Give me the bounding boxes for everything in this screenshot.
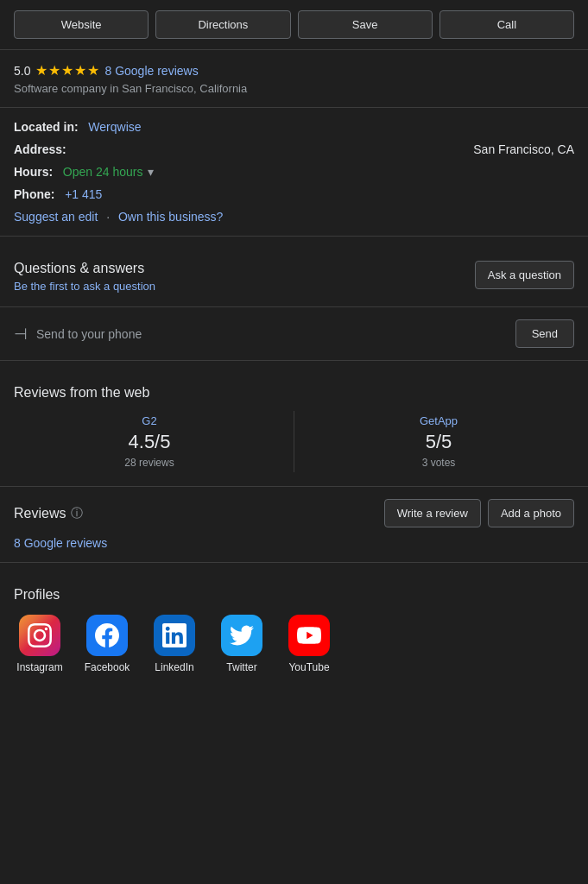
located-in-label: Located in: — [14, 120, 79, 134]
star-1: ★ — [35, 62, 47, 79]
edit-links: Suggest an edit · Own this business? — [14, 210, 574, 224]
reviews-info-icon[interactable]: ⓘ — [71, 506, 83, 521]
star-3: ★ — [61, 62, 73, 79]
call-button[interactable]: Call — [439, 10, 574, 39]
phone-label: Phone: — [14, 187, 54, 201]
profile-item-youtube[interactable]: YouTube — [283, 615, 335, 673]
g2-source-link[interactable]: G2 — [14, 414, 285, 427]
reviews-action-buttons: Write a review Add a photo — [384, 499, 574, 527]
profile-item-twitter[interactable]: Twitter — [216, 615, 268, 673]
suggest-edit-link[interactable]: Suggest an edit — [14, 210, 98, 224]
getapp-score: 5/5 — [303, 431, 574, 453]
hours-dropdown-icon[interactable]: ▾ — [148, 165, 154, 179]
reviews-from-web-section: Reviews from the web G2 4.5/5 28 reviews… — [0, 371, 588, 487]
business-description: Software company in San Francisco, Calif… — [14, 82, 574, 95]
web-reviews-divider — [294, 411, 294, 472]
send-button[interactable]: Send — [515, 319, 574, 348]
linkedin-label: LinkedIn — [155, 661, 193, 673]
send-to-phone-left: ⊣ Send to your phone — [14, 325, 142, 344]
phone-value[interactable]: +1 415 — [65, 187, 102, 201]
send-to-phone-label: Send to your phone — [36, 327, 142, 341]
g2-count: 28 reviews — [14, 457, 285, 469]
profile-item-instagram[interactable]: Instagram — [14, 615, 66, 673]
qa-subtitle[interactable]: Be the first to ask a question — [14, 280, 155, 293]
rating-row: 5.0 ★ ★ ★ ★ ★ 8 Google reviews — [14, 62, 574, 79]
phone-row: Phone: +1 415 — [14, 187, 574, 201]
reviews-title-row: Reviews ⓘ — [14, 506, 83, 521]
google-reviews-link[interactable]: 8 Google reviews — [14, 536, 107, 550]
rating-score: 5.0 — [14, 64, 30, 78]
youtube-icon — [288, 615, 330, 656]
twitter-label: Twitter — [226, 661, 256, 673]
instagram-label: Instagram — [16, 661, 62, 673]
address-value: San Francisco, CA — [473, 142, 574, 156]
add-photo-button[interactable]: Add a photo — [488, 499, 574, 527]
edit-separator: · — [106, 210, 110, 224]
address-row: Address: San Francisco, CA — [14, 142, 574, 156]
profiles-title: Profiles — [14, 587, 574, 603]
twitter-icon — [221, 615, 262, 656]
located-in-field: Located in: Werqwise — [14, 120, 142, 134]
star-4: ★ — [74, 62, 86, 79]
qa-text: Questions & answers Be the first to ask … — [14, 261, 155, 293]
star-5: ★ — [87, 62, 99, 79]
located-in-row: Located in: Werqwise — [14, 120, 574, 134]
reviews-from-web-title: Reviews from the web — [14, 385, 574, 401]
directions-button[interactable]: Directions — [155, 10, 290, 39]
hours-row: Hours: Open 24 hours ▾ — [14, 165, 574, 179]
hours-label: Hours: — [14, 165, 53, 179]
web-review-getapp: GetApp 5/5 3 votes — [303, 411, 574, 472]
reviews-title: Reviews — [14, 506, 66, 521]
write-review-button[interactable]: Write a review — [384, 499, 481, 527]
send-to-phone-section: ⊣ Send to your phone Send — [0, 307, 588, 361]
youtube-label: YouTube — [288, 661, 329, 673]
getapp-count: 3 votes — [303, 457, 574, 469]
save-button[interactable]: Save — [298, 10, 433, 39]
qa-header: Questions & answers Be the first to ask … — [14, 261, 574, 293]
profile-item-facebook[interactable]: Facebook — [81, 615, 133, 673]
ask-question-button[interactable]: Ask a question — [475, 261, 574, 289]
website-button[interactable]: Website — [14, 10, 149, 39]
star-2: ★ — [48, 62, 60, 79]
instagram-icon — [19, 615, 60, 656]
facebook-label: Facebook — [85, 661, 130, 673]
address-label: Address: — [14, 142, 66, 156]
profiles-grid: Instagram Facebook LinkedIn — [14, 615, 574, 673]
linkedin-icon — [154, 615, 195, 656]
send-phone-icon: ⊣ — [14, 325, 28, 344]
facebook-icon — [86, 615, 128, 656]
star-rating: ★ ★ ★ ★ ★ — [35, 62, 99, 79]
own-business-link[interactable]: Own this business? — [118, 210, 223, 224]
profile-item-linkedin[interactable]: LinkedIn — [149, 615, 200, 673]
info-section: Located in: Werqwise Address: San Franci… — [0, 108, 588, 237]
top-action-buttons: Website Directions Save Call — [0, 0, 588, 50]
qa-section: Questions & answers Be the first to ask … — [0, 247, 588, 307]
qa-title: Questions & answers — [14, 261, 155, 276]
profiles-section: Profiles Instagram Facebook — [0, 573, 588, 687]
reviews-header: Reviews ⓘ Write a review Add a photo — [14, 499, 574, 527]
getapp-source-link[interactable]: GetApp — [303, 414, 574, 427]
reviews-section: Reviews ⓘ Write a review Add a photo 8 G… — [0, 487, 588, 563]
web-reviews-grid: G2 4.5/5 28 reviews GetApp 5/5 3 votes — [14, 411, 574, 472]
rating-reviews-link[interactable]: 8 Google reviews — [104, 64, 198, 78]
rating-section: 5.0 ★ ★ ★ ★ ★ 8 Google reviews Software … — [0, 50, 588, 108]
hours-value[interactable]: Open 24 hours — [63, 165, 143, 179]
located-in-value[interactable]: Werqwise — [88, 120, 141, 134]
g2-score: 4.5/5 — [14, 431, 285, 453]
web-review-g2: G2 4.5/5 28 reviews — [14, 411, 285, 472]
